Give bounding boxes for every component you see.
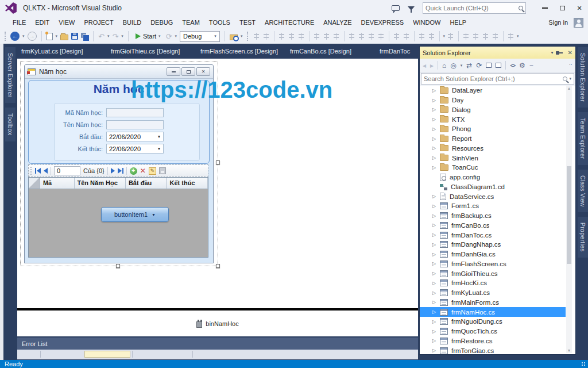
move-previous-button[interactable] — [44, 168, 48, 174]
auto-hide-pin-icon[interactable] — [558, 52, 563, 53]
tree-item[interactable]: ▷frmDanToc.cs — [420, 230, 566, 240]
form-maximize-button[interactable] — [181, 67, 195, 76]
expander-icon[interactable]: ▷ — [432, 117, 440, 122]
minimize-button[interactable] — [536, 2, 554, 14]
menu-team[interactable]: TEAM — [177, 17, 204, 28]
expander-icon[interactable]: ▷ — [432, 155, 440, 160]
layout-align-icon[interactable] — [253, 33, 260, 40]
menu-test[interactable]: TEST — [235, 17, 260, 28]
resize-handle-bottom[interactable] — [116, 264, 120, 268]
form-close-button[interactable]: ✕ — [196, 67, 210, 76]
date-dropdown-icon[interactable]: ▼ — [155, 147, 163, 151]
layout-align-icon[interactable] — [278, 33, 285, 40]
grid-column-header[interactable]: Kết thúc — [167, 178, 208, 189]
layout-align-icon[interactable] — [473, 33, 479, 40]
expander-icon[interactable]: ▷ — [432, 271, 440, 276]
properties-icon[interactable]: ⚙ — [519, 62, 525, 69]
new-file-dropdown[interactable]: ▾ — [56, 34, 58, 39]
menu-project[interactable]: PROJECT — [79, 17, 118, 28]
layout-align-icon[interactable] — [403, 33, 410, 40]
tree-item[interactable]: ▷frmNguoiDung.cs — [420, 317, 566, 327]
resize-grip[interactable] — [581, 362, 586, 367]
sync-with-active-document-icon[interactable]: ⇄ — [466, 62, 472, 69]
form-minimize-button[interactable] — [167, 67, 180, 76]
layout-align-icon[interactable] — [314, 33, 320, 40]
scroll-up-icon[interactable]: ▲ — [566, 86, 572, 90]
tool-tab-toolbox[interactable]: Toolbox — [5, 108, 16, 141]
expander-icon[interactable]: ▷ — [432, 223, 440, 228]
layout-align-icon[interactable] — [288, 33, 295, 40]
show-all-files-icon[interactable] — [496, 63, 501, 68]
tree-item[interactable]: ▷Day — [420, 95, 566, 105]
scroll-thumb[interactable] — [567, 166, 571, 264]
expander-icon[interactable]: ▷ — [432, 165, 440, 170]
toolbar-overflow-icon[interactable]: '' — [570, 63, 572, 68]
grid-column-header[interactable]: Tên Năm Học — [75, 178, 126, 189]
expander-icon[interactable]: ▷ — [432, 319, 440, 324]
expander-icon[interactable]: ▷ — [432, 300, 440, 305]
field-textbox[interactable] — [106, 108, 164, 117]
menu-view[interactable]: VIEW — [54, 17, 79, 28]
expander-icon[interactable]: ▷ — [432, 261, 440, 266]
expander-icon[interactable]: ▷ — [432, 329, 440, 334]
expander-icon[interactable]: ▷ — [432, 204, 440, 209]
move-first-button[interactable] — [35, 168, 41, 174]
feedback-icon[interactable] — [392, 5, 400, 11]
sign-in-link[interactable]: Sign in — [548, 19, 574, 26]
save-all-icon[interactable] — [81, 33, 88, 40]
refresh-icon[interactable]: ⟳ — [166, 33, 172, 40]
add-new-icon[interactable]: + — [130, 167, 137, 175]
layout-align-icon[interactable] — [378, 33, 385, 40]
save-icon[interactable] — [71, 33, 78, 40]
tree-item[interactable]: ▷frmDangNhap.cs — [420, 240, 566, 250]
layout-align-icon[interactable] — [368, 33, 375, 40]
date-dropdown-icon[interactable]: ▼ — [155, 135, 163, 139]
form-designer-canvas[interactable]: Năm học ✕ Năm học Mã Năm học:Tên Năm học… — [17, 59, 418, 308]
expander-icon[interactable]: ▷ — [432, 126, 440, 132]
layout-align-icon[interactable] — [323, 33, 330, 40]
tool-tab-server-explorer[interactable]: Server Explorer — [5, 47, 16, 103]
collapse-all-icon[interactable] — [486, 63, 492, 68]
layout-align-icon[interactable] — [263, 33, 270, 40]
tree-item[interactable]: ▷SinhVien — [420, 153, 566, 163]
dropdown-button[interactable]: buttonItem1 ▼ — [101, 207, 169, 222]
quick-launch-input[interactable] — [425, 5, 519, 12]
toolbar-overflow[interactable]: ▾ — [443, 34, 446, 39]
maximize-button[interactable] — [554, 2, 571, 14]
close-button[interactable]: ✕ — [571, 2, 588, 14]
document-tab[interactable]: frmKyLuat.cs [Design] — [17, 44, 107, 59]
grid-column-header[interactable]: Mã — [40, 178, 75, 189]
notifications-filter-icon[interactable] — [408, 6, 415, 10]
resize-handle-right[interactable] — [216, 160, 220, 164]
menu-build[interactable]: BUILD — [118, 17, 146, 28]
search-dropdown-icon[interactable]: ▾ — [569, 76, 571, 81]
combo-dropdown-icon[interactable]: ▾ — [211, 32, 219, 41]
layout-align-icon[interactable] — [447, 33, 454, 40]
tree-item[interactable]: ▷ToanCuc — [420, 163, 566, 172]
document-tab[interactable]: frmDanToc — [376, 44, 418, 59]
document-tab[interactable]: frmGioiThieu.cs [Design] — [107, 44, 196, 59]
move-last-button[interactable] — [118, 168, 123, 174]
document-tab[interactable]: frmFlashScreen.cs [Design] — [196, 44, 286, 59]
tree-item[interactable]: ▷frmCanBo.cs — [420, 221, 566, 231]
document-tab[interactable]: frmCanBo.cs [Design] — [286, 44, 376, 59]
resize-handle-corner[interactable] — [216, 264, 220, 268]
position-textbox[interactable]: 0 — [54, 166, 80, 175]
tree-item[interactable]: ▷DataService.cs — [420, 191, 566, 201]
field-textbox[interactable] — [106, 120, 164, 129]
date-picker[interactable]: 22/06/2020▼ — [106, 144, 164, 154]
tree-item[interactable]: ▷Resources — [420, 144, 566, 154]
layout-align-icon[interactable] — [393, 33, 400, 40]
toolbar-grip[interactable] — [247, 32, 249, 41]
solution-configuration-combo[interactable]: Debug ▾ — [180, 31, 220, 42]
tree-item[interactable]: ▷Report — [420, 134, 566, 144]
toolbar-overflow[interactable]: ▾ — [241, 34, 243, 39]
expander-icon[interactable]: ▷ — [432, 232, 440, 237]
toolbar-grip[interactable] — [5, 32, 6, 41]
grid-column-header[interactable]: Bắt đầu — [126, 178, 167, 189]
tree-item[interactable]: ▷frmDanhGia.cs — [420, 250, 566, 259]
tool-tab-properties[interactable]: Properties — [578, 217, 588, 258]
menu-window[interactable]: WINDOW — [408, 17, 445, 28]
window-position-icon[interactable]: ▾ — [551, 50, 554, 55]
menu-analyze[interactable]: ANALYZE — [319, 17, 356, 28]
